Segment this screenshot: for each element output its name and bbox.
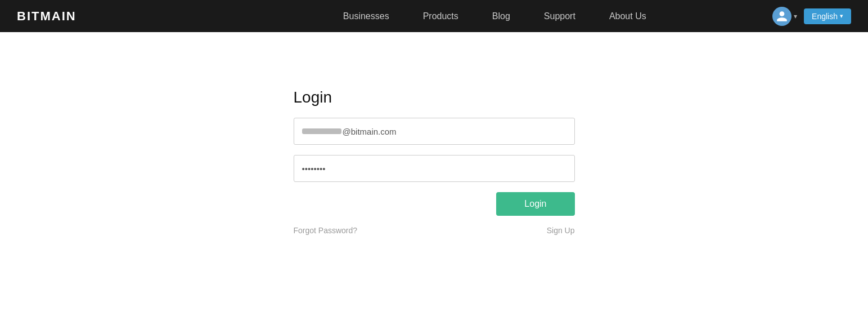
forgot-password-link[interactable]: Forgot Password? [294,226,358,235]
nav-products[interactable]: Products [423,11,458,21]
login-title: Login [294,88,575,106]
navbar-logo: BITMAIN [17,9,77,24]
main-content: Login @bitmain.com Login Forgot Password… [0,32,868,235]
nav-support[interactable]: Support [544,11,575,21]
language-chevron-icon: ▾ [840,12,843,20]
navbar-right: ▾ English ▾ [772,7,851,26]
navbar: BITMAIN Businesses Products Blog Support… [0,0,868,32]
bottom-links: Forgot Password? Sign Up [294,226,575,235]
language-button[interactable]: English ▾ [804,8,851,24]
login-container: Login @bitmain.com Login Forgot Password… [294,88,575,235]
user-avatar-button[interactable]: ▾ [772,7,797,26]
email-mask [302,128,341,134]
password-input[interactable] [294,155,575,182]
nav-blog[interactable]: Blog [492,11,510,21]
navbar-left: BITMAIN [17,9,77,24]
nav-businesses[interactable]: Businesses [343,11,389,21]
language-label: English [812,12,838,21]
avatar [772,7,791,26]
navbar-center: Businesses Products Blog Support About U… [343,11,646,21]
email-suffix: @bitmain.com [343,127,397,136]
user-icon [776,10,788,23]
actions-row: Login [294,192,575,216]
nav-about-us[interactable]: About Us [609,11,646,21]
signup-link[interactable]: Sign Up [547,226,575,235]
login-button[interactable]: Login [496,192,574,216]
email-field-wrapper[interactable]: @bitmain.com [294,118,575,145]
avatar-chevron-icon: ▾ [794,12,797,20]
